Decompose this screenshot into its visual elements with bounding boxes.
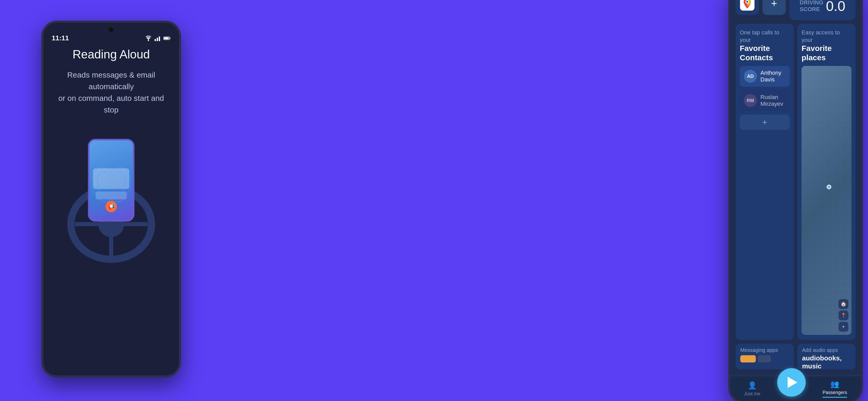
reading-aloud-illustration: 📢 — [62, 134, 160, 263]
right-phone: + DRIVINGSCORE 0.0 One tap calls to your… — [728, 0, 863, 401]
speaker-icon: 📢 — [105, 201, 117, 212]
svg-rect-6 — [164, 37, 168, 39]
wifi-icon — [145, 35, 152, 41]
status-icons — [145, 35, 170, 41]
places-subtitle: Easy access to your — [802, 29, 851, 44]
map-location-dot — [827, 185, 831, 189]
maps-icon — [740, 0, 754, 10]
messaging-app-icon-2 — [758, 355, 771, 363]
nav-passengers[interactable]: 👥 Passengers — [823, 380, 847, 398]
map-background — [802, 66, 851, 335]
contacts-subtitle: One tap calls to your — [740, 29, 789, 44]
favorite-places-panel: Easy access to your Favorite places 🏠 📍 … — [798, 24, 856, 340]
nav-just-me[interactable]: 👤 Just me — [744, 381, 761, 397]
camera-notch — [109, 27, 114, 32]
just-me-label: Just me — [744, 391, 761, 397]
contacts-title: FavoriteContacts — [740, 44, 789, 62]
map-controls: 🏠 📍 + — [839, 299, 848, 332]
status-bar: 11:11 — [43, 34, 179, 42]
map-add-place-button[interactable]: + — [839, 322, 848, 332]
bottom-content-row: Messaging apps Add audio apps audiobooks… — [736, 344, 856, 372]
messaging-app-icons — [740, 355, 789, 363]
driving-score-label: DRIVINGSCORE — [800, 0, 824, 13]
driving-score-card: DRIVINGSCORE 0.0 — [789, 0, 856, 20]
play-icon — [787, 377, 798, 388]
bottom-navigation: 👤 Just me 👥 Passengers — [731, 376, 861, 401]
svg-marker-0 — [147, 38, 150, 40]
favorite-contacts-panel: One tap calls to your FavoriteContacts A… — [736, 24, 794, 340]
plus-icon: + — [771, 0, 777, 9]
time-display: 11:11 — [52, 34, 69, 42]
screen-content: Reading Aloud Reads messages & email aut… — [43, 47, 179, 375]
audio-label: Add audio apps — [802, 347, 851, 353]
svg-point-1 — [148, 40, 149, 41]
driving-score-value: 0.0 — [826, 0, 845, 14]
map-home-button[interactable]: 🏠 — [839, 299, 848, 309]
contact-avatar-ad: AD — [744, 70, 757, 83]
map-pin-button[interactable]: 📍 — [839, 310, 848, 320]
active-nav-indicator — [823, 397, 847, 398]
inner-phone-graphic: 📢 — [88, 139, 134, 222]
svg-rect-2 — [155, 39, 156, 41]
contact-name-ruslan: Ruslan Mirzayev — [761, 94, 785, 107]
svg-rect-3 — [157, 38, 158, 41]
add-app-button[interactable]: + — [763, 0, 786, 15]
passengers-label: Passengers — [823, 390, 847, 395]
passengers-icon: 👥 — [830, 380, 839, 388]
add-contact-button[interactable]: + — [740, 115, 789, 130]
contact-item-ruslan[interactable]: RM Ruslan Mirzayev — [740, 90, 789, 111]
middle-row: One tap calls to your FavoriteContacts A… — [736, 24, 856, 340]
contact-name-anthony: Anthony Davis — [761, 69, 785, 83]
contact-item-anthony[interactable]: AD Anthony Davis — [740, 66, 789, 87]
screen-desc: Reads messages & email automaticallyor o… — [54, 69, 168, 116]
places-title: Favorite places — [802, 44, 851, 62]
battery-icon — [163, 35, 170, 41]
signal-icon — [154, 35, 161, 41]
just-me-icon: 👤 — [748, 381, 757, 390]
contact-avatar-rm: RM — [744, 94, 757, 107]
play-button[interactable] — [777, 368, 806, 397]
screen-title: Reading Aloud — [72, 47, 150, 61]
messaging-app-icon-1 — [740, 355, 756, 363]
messaging-apps-card: Messaging apps — [736, 344, 794, 369]
map-preview[interactable]: 🏠 📍 + — [802, 66, 851, 335]
maps-button[interactable] — [736, 0, 759, 15]
left-phone: 11:11 Reading Aloud Re — [41, 21, 181, 377]
audio-description: audiobooks, musicand... — [802, 354, 851, 369]
add-contact-icon: + — [762, 118, 767, 127]
top-row: + DRIVINGSCORE 0.0 — [736, 0, 856, 20]
svg-rect-7 — [170, 37, 170, 39]
right-screen-area: + DRIVINGSCORE 0.0 One tap calls to your… — [731, 0, 861, 401]
svg-rect-4 — [159, 36, 160, 41]
audio-apps-card: Add audio apps audiobooks, musicand... — [798, 344, 856, 369]
messaging-label: Messaging apps — [740, 347, 789, 353]
